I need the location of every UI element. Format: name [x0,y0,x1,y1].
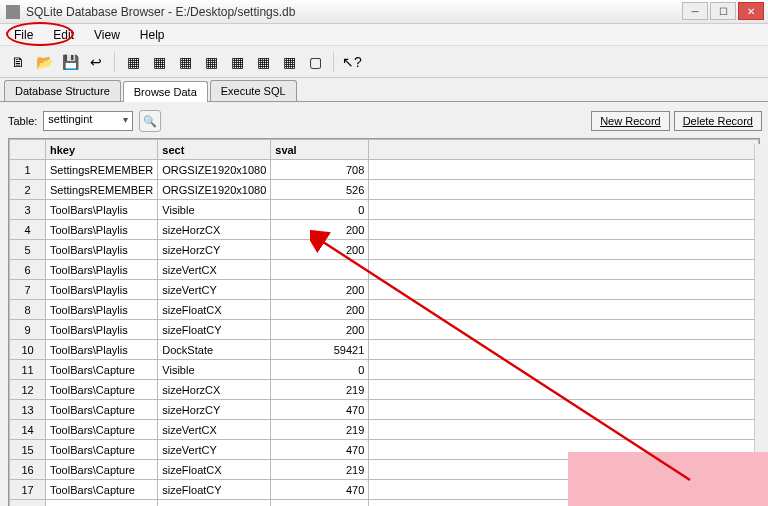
tab-browse[interactable]: Browse Data [123,81,208,102]
cell-hkey[interactable]: ToolBars\Playlis [46,200,158,220]
cell-sval[interactable]: 470 [271,400,369,420]
cell-hkey[interactable]: ToolBars\Capture [46,360,158,380]
col-hkey[interactable]: hkey [46,140,158,160]
col-sect[interactable]: sect [158,140,271,160]
col-rownum[interactable] [10,140,46,160]
cell-hkey[interactable]: ToolBars\Playlis [46,300,158,320]
cell-sval[interactable]: 219 [271,380,369,400]
cell-sect[interactable]: sizeHorzCY [158,400,271,420]
cell-hkey[interactable]: ToolBars\Capture [46,420,158,440]
cell-sect[interactable]: DockState [158,340,271,360]
new-db-icon[interactable]: 🗎 [6,50,30,74]
table-row[interactable]: 6ToolBars\PlaylissizeVertCX [10,260,759,280]
cell-sval[interactable]: 470 [271,480,369,500]
cell-sval[interactable]: 708 [271,160,369,180]
menu-edit[interactable]: Edit [43,26,84,44]
close-button[interactable]: ✕ [738,2,764,20]
modify-table-icon[interactable]: ▦ [173,50,197,74]
delete-field-icon[interactable]: ▦ [277,50,301,74]
menu-help[interactable]: Help [130,26,175,44]
cell-sval[interactable]: 200 [271,220,369,240]
table-row[interactable]: 1SettingsREMEMBERORGSIZE1920x1080708 [10,160,759,180]
cell-sval[interactable]: 200 [271,320,369,340]
cell-sval[interactable]: 200 [271,300,369,320]
table-row[interactable]: 7ToolBars\PlaylissizeVertCY200 [10,280,759,300]
table-row[interactable]: 9ToolBars\PlaylissizeFloatCY200 [10,320,759,340]
cell-sect[interactable]: sizeHorzCX [158,220,271,240]
cell-sval[interactable]: 0 [271,200,369,220]
cell-sval[interactable]: 200 [271,240,369,260]
table-row[interactable]: 5ToolBars\PlaylissizeHorzCY200 [10,240,759,260]
cell-sval[interactable]: 219 [271,420,369,440]
table-row[interactable]: 4ToolBars\PlaylissizeHorzCX200 [10,220,759,240]
table-row[interactable]: 14ToolBars\CapturesizeVertCX219 [10,420,759,440]
table-row[interactable]: 12ToolBars\CapturesizeHorzCX219 [10,380,759,400]
delete-index-icon[interactable]: ▦ [225,50,249,74]
cell-sect[interactable]: sizeFloatCX [158,460,271,480]
revert-icon[interactable]: ↩ [84,50,108,74]
cell-sval[interactable] [271,260,369,280]
cell-sect[interactable]: sizeVertCY [158,440,271,460]
cell-hkey[interactable]: ToolBars\Playlis [46,340,158,360]
cell-sval[interactable]: 0 [271,360,369,380]
table-row[interactable]: 13ToolBars\CapturesizeHorzCY470 [10,400,759,420]
cell-sect[interactable]: Visible [158,360,271,380]
cell-sval[interactable]: 526 [271,180,369,200]
cell-hkey[interactable]: ToolBars\Capture [46,500,158,507]
cell-sval[interactable]: 59421 [271,340,369,360]
help-icon[interactable]: ↖? [340,50,364,74]
cell-hkey[interactable]: SettingsREMEMBER [46,180,158,200]
save-icon[interactable]: 💾 [58,50,82,74]
add-field-icon[interactable]: ▦ [251,50,275,74]
table-row[interactable]: 10ToolBars\PlaylisDockState59421 [10,340,759,360]
cell-sval[interactable]: 59420 [271,500,369,507]
col-sval[interactable]: sval [271,140,369,160]
cell-sect[interactable]: ORGSIZE1920x1080 [158,160,271,180]
menu-view[interactable]: View [84,26,130,44]
table-row[interactable]: 11ToolBars\CaptureVisible0 [10,360,759,380]
cell-sect[interactable]: DockState [158,500,271,507]
table-row[interactable]: 2SettingsREMEMBERORGSIZE1920x1080526 [10,180,759,200]
tab-sql[interactable]: Execute SQL [210,80,297,101]
tab-structure[interactable]: Database Structure [4,80,121,101]
maximize-button[interactable]: ☐ [710,2,736,20]
cell-hkey[interactable]: ToolBars\Capture [46,440,158,460]
table-row[interactable]: 3ToolBars\PlaylisVisible0 [10,200,759,220]
cell-sect[interactable]: sizeFloatCY [158,320,271,340]
cell-sect[interactable]: sizeVertCX [158,420,271,440]
cell-sval[interactable]: 200 [271,280,369,300]
cell-sect[interactable]: sizeHorzCY [158,240,271,260]
cell-hkey[interactable]: ToolBars\Playlis [46,240,158,260]
menu-file[interactable]: File [4,26,43,44]
log-icon[interactable]: ▢ [303,50,327,74]
create-index-icon[interactable]: ▦ [199,50,223,74]
cell-hkey[interactable]: ToolBars\Capture [46,400,158,420]
cell-hkey[interactable]: ToolBars\Playlis [46,280,158,300]
cell-sval[interactable]: 219 [271,460,369,480]
table-select[interactable]: settingint [43,111,133,131]
cell-hkey[interactable]: ToolBars\Playlis [46,320,158,340]
cell-hkey[interactable]: ToolBars\Capture [46,480,158,500]
search-button[interactable]: 🔍 [139,110,161,132]
table-row[interactable]: 8ToolBars\PlaylissizeFloatCX200 [10,300,759,320]
minimize-button[interactable]: ─ [682,2,708,20]
cell-sect[interactable]: sizeHorzCX [158,380,271,400]
cell-sect[interactable]: Visible [158,200,271,220]
cell-hkey[interactable]: SettingsREMEMBER [46,160,158,180]
cell-sect[interactable]: sizeVertCY [158,280,271,300]
cell-sect[interactable]: ORGSIZE1920x1080 [158,180,271,200]
cell-hkey[interactable]: ToolBars\Playlis [46,220,158,240]
cell-sect[interactable]: sizeVertCX [158,260,271,280]
new-record-button[interactable]: New Record [591,111,670,131]
delete-table-icon[interactable]: ▦ [147,50,171,74]
create-table-icon[interactable]: ▦ [121,50,145,74]
cell-hkey[interactable]: ToolBars\Capture [46,380,158,400]
cell-sect[interactable]: sizeFloatCY [158,480,271,500]
open-db-icon[interactable]: 📂 [32,50,56,74]
delete-record-button[interactable]: Delete Record [674,111,762,131]
cell-hkey[interactable]: ToolBars\Capture [46,460,158,480]
cell-sval[interactable]: 470 [271,440,369,460]
vertical-scrollbar[interactable] [754,144,768,452]
data-grid[interactable]: hkey sect sval 1SettingsREMEMBERORGSIZE1… [8,138,760,506]
cell-hkey[interactable]: ToolBars\Playlis [46,260,158,280]
